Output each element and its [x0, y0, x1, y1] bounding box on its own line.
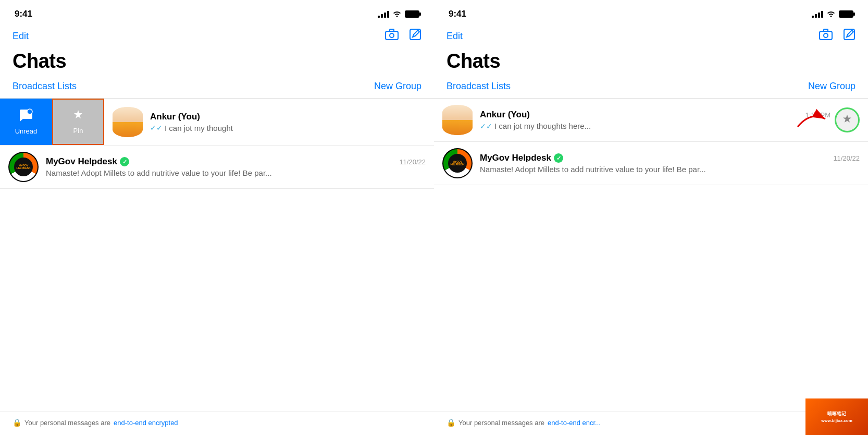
footer-text-left: Your personal messages are — [24, 419, 110, 427]
pin-label: Pin — [73, 127, 83, 135]
chat-actions-left: Broadcast Lists New Group — [0, 79, 434, 98]
avatar-ankur-right — [442, 105, 473, 135]
status-bar-left: 9:41 — [0, 0, 434, 26]
pin-icon-circle — [842, 114, 852, 127]
compose-icon-left[interactable] — [409, 28, 421, 44]
footer-left: 🔒 Your personal messages are end-to-end … — [0, 412, 434, 435]
time-right: 9:41 — [449, 9, 466, 19]
wifi-icon-left — [392, 10, 402, 19]
chat-row-ankur-right[interactable]: Ankur (You) 1:14 PM ✓✓ I can jot my thou… — [434, 99, 868, 142]
chat-list-right: Ankur (You) 1:14 PM ✓✓ I can jot my thou… — [434, 99, 868, 412]
chat-name-mygov-left: MyGov Helpdesk ✓ — [46, 156, 129, 167]
chat-preview-ankur-right: ✓✓ I can jot my thoughts here... — [480, 122, 830, 130]
chat-info-mygov-left: MyGov Helpdesk ✓ 11/20/22 Namaste! Adopt… — [46, 156, 426, 177]
chat-actions-right: Broadcast Lists New Group — [434, 79, 868, 98]
chat-list-left: Unread Pin — [0, 99, 434, 412]
new-group-link-right[interactable]: New Group — [808, 81, 855, 92]
double-check-icon-right: ✓✓ — [480, 122, 492, 130]
chat-preview-mygov-left: Namaste! Adopt Millets to add nutritive … — [46, 168, 426, 177]
chat-row-mygov-left[interactable]: MYGOVHELPDESK MyGov Helpdesk ✓ 11/20/22 … — [0, 146, 434, 189]
battery-icon-right — [839, 10, 853, 18]
svg-rect-7 — [824, 29, 828, 31]
chat-row-content-mygov-right: MYGOVHELPDESK MyGov Helpdesk ✓ 11/20/22 … — [442, 148, 860, 178]
unread-swipe-button[interactable]: Unread — [0, 99, 52, 145]
battery-icon-left — [405, 10, 419, 18]
broadcast-link-right[interactable]: Broadcast Lists — [447, 81, 511, 92]
unread-label: Unread — [15, 127, 38, 135]
chat-time-mygov-left: 11/20/22 — [399, 158, 426, 166]
chat-row-content-mygov-left: MYGOVHELPDESK MyGov Helpdesk ✓ 11/20/22 … — [8, 152, 426, 182]
svg-point-1 — [390, 33, 394, 38]
page-title-right: Chats — [434, 48, 868, 79]
signal-icon-left — [378, 10, 389, 18]
edit-button-right[interactable]: Edit — [447, 31, 463, 42]
chat-name-ankur-left: Ankur (You) — [150, 112, 200, 122]
svg-rect-5 — [820, 31, 832, 40]
broadcast-link-left[interactable]: Broadcast Lists — [13, 81, 77, 92]
footer-link-right[interactable]: end-to-end encr... — [548, 419, 601, 427]
avatar-ankur-left — [113, 107, 143, 137]
chat-name-ankur-right: Ankur (You) — [480, 110, 530, 120]
swipe-actions: Unread Pin — [0, 99, 104, 145]
header-left: Edit — [0, 26, 434, 48]
watermark: 嘻嘻笔记 www.bijixx.com — [805, 398, 868, 435]
time-left: 9:41 — [15, 9, 32, 19]
compose-icon-right[interactable] — [843, 28, 855, 44]
chat-time-mygov-right: 11/20/22 — [833, 154, 860, 162]
edit-button-left[interactable]: Edit — [13, 31, 29, 42]
lock-icon-right: 🔒 — [447, 418, 455, 427]
chat-row-mygov-right[interactable]: MYGOVHELPDESK MyGov Helpdesk ✓ 11/20/22 … — [434, 142, 868, 185]
chat-preview-mygov-right: Namaste! Adopt Millets to add nutritive … — [480, 165, 860, 174]
footer-link-left[interactable]: end-to-end encrypted — [114, 419, 178, 427]
chat-time-ankur-right: 1:14 PM — [805, 111, 830, 119]
wifi-icon-right — [826, 10, 836, 19]
svg-rect-0 — [386, 31, 398, 40]
svg-point-6 — [824, 33, 828, 38]
pin-circle-button[interactable] — [835, 107, 860, 132]
panel-left: 9:41 Edit Chats Broa — [0, 0, 434, 435]
chat-row-content-ankur-right: Ankur (You) 1:14 PM ✓✓ I can jot my thou… — [442, 105, 860, 135]
header-icons-left — [385, 28, 421, 44]
avatar-mygov-right: MYGOVHELPDESK — [442, 148, 473, 178]
status-bar-right: 9:41 — [434, 0, 868, 26]
footer-text-right: Your personal messages are — [458, 419, 544, 427]
chat-name-mygov-right: MyGov Helpdesk ✓ — [480, 153, 563, 163]
status-icons-left — [378, 10, 419, 19]
pin-swipe-button[interactable]: Pin — [52, 99, 104, 145]
signal-icon-right — [812, 10, 823, 18]
svg-point-4 — [27, 109, 32, 114]
header-icons-right — [819, 28, 855, 44]
chat-info-ankur-left: Ankur (You) ✓✓ I can jot my thought — [150, 112, 434, 132]
camera-icon-left[interactable] — [385, 29, 399, 43]
chat-row-ankur-left[interactable]: Unread Pin — [0, 99, 434, 146]
panel-right: 9:41 Edit Chats Broa — [434, 0, 868, 435]
verified-badge-right: ✓ — [554, 153, 563, 163]
pin-icon-swipe — [72, 109, 84, 125]
double-check-icon-left: ✓✓ — [150, 124, 163, 132]
header-right: Edit — [434, 26, 868, 48]
new-group-link-left[interactable]: New Group — [374, 81, 421, 92]
chat-preview-ankur-left: ✓✓ I can jot my thought — [150, 124, 434, 132]
page-title-left: Chats — [0, 48, 434, 79]
chat-bubble-icon — [19, 108, 33, 125]
svg-rect-2 — [390, 29, 394, 31]
chat-info-ankur-right: Ankur (You) 1:14 PM ✓✓ I can jot my thou… — [480, 110, 830, 130]
footer-right: 🔒 Your personal messages are end-to-end … — [434, 412, 868, 435]
chat-info-mygov-right: MyGov Helpdesk ✓ 11/20/22 Namaste! Adopt… — [480, 153, 860, 174]
verified-badge-left: ✓ — [120, 157, 129, 166]
lock-icon-left: 🔒 — [13, 418, 21, 427]
avatar-mygov-left: MYGOVHELPDESK — [8, 152, 39, 182]
camera-icon-right[interactable] — [819, 29, 833, 43]
status-icons-right — [812, 10, 853, 19]
